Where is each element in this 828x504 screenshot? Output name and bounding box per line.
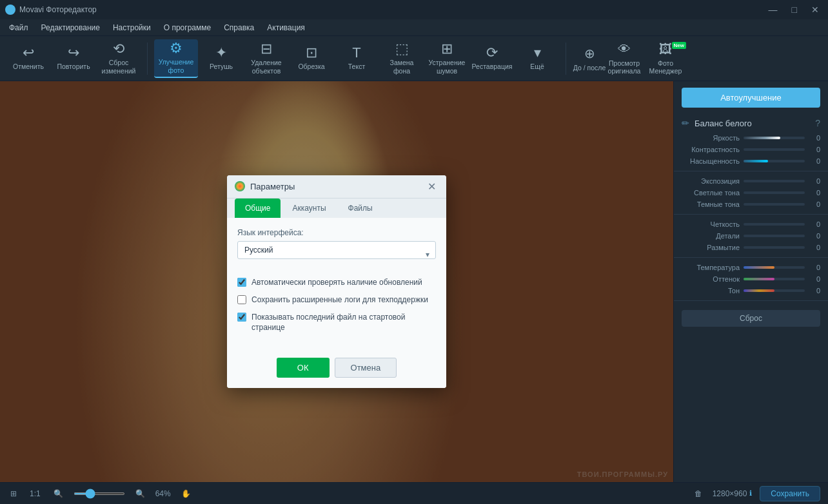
remove-label: Удаление объектов: [246, 59, 287, 75]
crop-button[interactable]: ⊡ Обрезка: [290, 39, 333, 78]
temp-label: Температура: [682, 264, 740, 271]
language-select[interactable]: Русский English Deutsch Français Español: [237, 241, 436, 259]
toolbar-history-group: ↩ Отменить ↪ Повторить ⟲ Сброс изменений: [6, 39, 141, 78]
denoise-button[interactable]: ⊞ Устранение шумов: [425, 39, 469, 78]
language-label: Язык интерфейса:: [237, 228, 436, 237]
saturation-slider[interactable]: [744, 160, 805, 162]
reset-button[interactable]: ⟲ Сброс изменений: [97, 39, 141, 78]
tab-accounts[interactable]: Аккаунты: [282, 199, 336, 218]
restore-icon: ⟳: [486, 46, 498, 60]
tint-slider[interactable]: [744, 278, 805, 280]
menu-activation[interactable]: Активация: [261, 22, 311, 34]
exposure-slider[interactable]: [744, 180, 805, 182]
right-panel: Автоулучшение ✏ Баланс белого ? Яркость …: [673, 81, 828, 482]
minimize-button[interactable]: —: [765, 3, 782, 16]
show-last-file-checkbox[interactable]: [237, 313, 246, 322]
highlights-slider[interactable]: [744, 191, 805, 194]
shadows-label: Темные тона: [682, 200, 740, 208]
zoom-out-button[interactable]: 🔍: [51, 488, 66, 499]
restore-button[interactable]: ⟳ Реставрация: [470, 39, 514, 78]
shadows-slider[interactable]: [744, 203, 805, 206]
checkbox-row-2: Показывать последний файл на стартовой с…: [237, 312, 436, 334]
auto-enhance-button[interactable]: Автоулучшение: [682, 88, 820, 108]
zoom-100-button[interactable]: 1:1: [27, 488, 43, 499]
tone-slider[interactable]: [744, 289, 805, 292]
pan-button[interactable]: ✋: [179, 488, 193, 499]
slider-row-saturation: Насыщенность 0: [674, 155, 828, 167]
menu-settings[interactable]: Настройки: [106, 22, 157, 34]
temp-slider[interactable]: [744, 266, 805, 269]
main-area: ТВОИ.ПРОГРАММЫ.РУ Параметры ✕ Общие Акка…: [0, 81, 828, 482]
menu-help[interactable]: Справка: [217, 22, 261, 34]
crop-icon: ⊡: [306, 46, 317, 60]
retouch-button[interactable]: ✦ Ретушь: [199, 39, 243, 78]
remove-objects-button[interactable]: ⊟ Удаление объектов: [244, 39, 288, 78]
zoom-percent: 64%: [155, 489, 171, 498]
canvas-area[interactable]: ТВОИ.ПРОГРАММЫ.РУ Параметры ✕ Общие Акка…: [0, 81, 673, 482]
title-bar-left: Movavi Фоторедактор: [5, 5, 97, 15]
tint-fill: [744, 278, 774, 280]
menu-edit[interactable]: Редактирование: [35, 22, 106, 34]
enhance-button[interactable]: ⚙ Улучшение фото: [154, 39, 198, 78]
settings-dialog: Параметры ✕ Общие Аккаунты Файлы Язык ин…: [227, 175, 446, 388]
info-icon: ℹ: [749, 489, 752, 498]
redo-button[interactable]: ↪ Повторить: [52, 39, 95, 78]
exposure-value: 0: [809, 177, 820, 185]
reset-all-button[interactable]: Сброс: [682, 310, 820, 327]
toolbar-view-group: ⊕ До / после 👁 Просмотр оригинала New 🖼 …: [573, 39, 689, 78]
sharpness-slider[interactable]: [744, 223, 805, 226]
menu-file[interactable]: Файл: [3, 22, 35, 34]
photo-manager-label: Фото Менеджер: [642, 59, 689, 75]
details-slider[interactable]: [744, 235, 805, 237]
delete-button[interactable]: 🗑: [692, 488, 705, 499]
blur-slider[interactable]: [744, 246, 805, 249]
contrast-slider[interactable]: [744, 148, 805, 151]
shadows-value: 0: [809, 200, 820, 208]
white-balance-title: Баланс белого: [695, 119, 810, 128]
zoom-slider[interactable]: [74, 492, 125, 495]
bg-replace-button[interactable]: ⬚ Замена фона: [380, 39, 424, 78]
slider-row-highlights: Светлые тона 0: [674, 187, 828, 199]
saturation-value: 0: [809, 157, 820, 165]
save-button[interactable]: Сохранить: [760, 486, 820, 501]
exposure-label: Экспозиция: [682, 177, 740, 185]
tint-value: 0: [809, 275, 820, 283]
more-icon: ▾: [534, 46, 541, 60]
brightness-value: 0: [809, 134, 820, 142]
cancel-button[interactable]: Отмена: [335, 358, 397, 378]
more-button[interactable]: ▾ Ещё: [515, 39, 559, 78]
white-balance-header: ✏ Баланс белого ?: [674, 114, 828, 132]
auto-update-checkbox[interactable]: [237, 278, 246, 287]
help-icon[interactable]: ?: [815, 118, 820, 128]
sharpness-label: Четкость: [682, 220, 740, 228]
auto-update-label: Автоматически проверять наличие обновлен…: [251, 277, 422, 288]
text-button[interactable]: T Текст: [335, 39, 379, 78]
before-after-label: До / после: [573, 64, 606, 72]
zoom-in-button[interactable]: 🔍: [133, 488, 148, 499]
menu-about[interactable]: О программе: [157, 22, 217, 34]
save-logs-checkbox[interactable]: [237, 295, 246, 304]
dialog-close-button[interactable]: ✕: [425, 180, 439, 193]
original-label: Просмотр оригинала: [607, 59, 641, 75]
tab-general[interactable]: Общие: [235, 199, 281, 218]
dialog-tabs: Общие Аккаунты Файлы: [227, 199, 446, 218]
title-bar: Movavi Фоторедактор — □ ✕: [0, 0, 828, 19]
fit-screen-button[interactable]: ⊞: [8, 488, 19, 499]
tab-files[interactable]: Файлы: [338, 199, 383, 218]
details-value: 0: [809, 232, 820, 240]
slider-row-brightness: Яркость 0: [674, 132, 828, 144]
slider-row-tint: Оттенок 0: [674, 273, 828, 285]
close-button[interactable]: ✕: [807, 3, 823, 16]
slider-row-exposure: Экспозиция 0: [674, 175, 828, 187]
before-after-button[interactable]: ⊕ До / после: [573, 39, 606, 78]
contrast-value: 0: [809, 146, 820, 153]
brightness-slider[interactable]: [744, 137, 805, 139]
undo-button[interactable]: ↩ Отменить: [6, 39, 50, 78]
retouch-icon: ✦: [215, 46, 227, 60]
original-view-button[interactable]: 👁 Просмотр оригинала: [607, 39, 641, 78]
maximize-button[interactable]: □: [788, 3, 801, 16]
original-icon: 👁: [618, 42, 631, 57]
photo-manager-button[interactable]: New 🖼 Фото Менеджер: [642, 39, 689, 78]
ok-button[interactable]: ОК: [277, 358, 330, 378]
fit-icon: ⊞: [10, 489, 17, 498]
